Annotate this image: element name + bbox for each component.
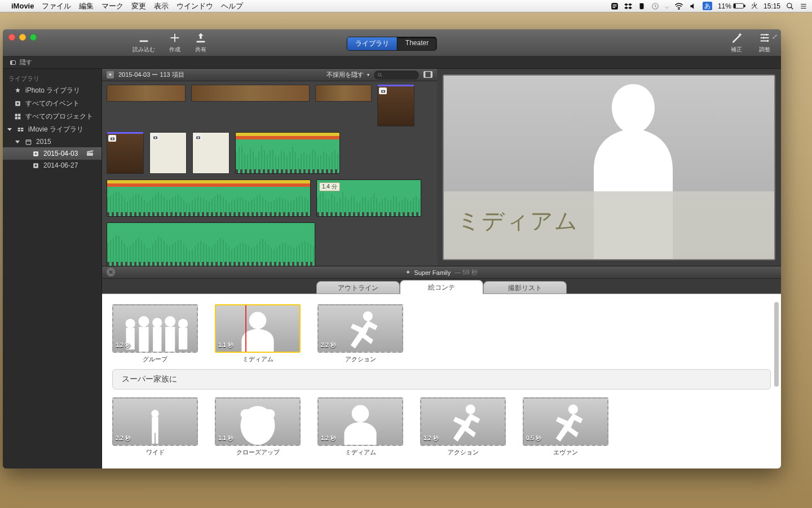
storyboard-title-card[interactable]: スーパー家族に [112,369,771,389]
shot-label: グループ [143,355,167,364]
storyboard-shot[interactable]: 1.2 秒ミディアム [317,397,403,457]
volume-icon[interactable] [689,2,697,10]
tab-shotlist[interactable]: 撮影リスト [483,281,567,294]
browser-search[interactable] [374,71,419,80]
battery-status[interactable]: 11% [718,2,745,10]
menu-help[interactable]: ヘルプ [221,1,243,11]
shot-placeholder[interactable]: 1.2 秒 [420,397,506,446]
create-button[interactable]: 作成 [169,32,181,54]
adjust-button[interactable]: 調整 [758,32,771,54]
shot-placeholder[interactable]: 2.2 秒 [317,304,403,353]
tab-storyboard[interactable]: 絵コンテ [400,280,483,294]
storyboard-shot[interactable]: 1.1 秒クローズアップ [215,397,301,457]
shot-label: ミディアム [345,448,376,457]
evernote-icon[interactable] [638,2,646,10]
share-button[interactable]: 共有 [195,32,207,54]
minimize-window-button[interactable] [19,34,26,41]
clock-time[interactable]: 15:15 [764,2,780,10]
clock-day[interactable]: 火 [751,1,758,11]
svg-point-9 [767,40,769,42]
menu-view[interactable]: 表示 [154,1,169,11]
hide-rejected-dropdown[interactable]: 不採用を隠す▾ [326,71,369,79]
hide-sidebar-bar[interactable]: 隠す [3,56,781,69]
trailer-tabs: アウトライン 絵コンテ 撮影リスト [102,280,781,294]
shot-label: アクション [345,355,376,364]
enhance-button[interactable]: 補正 [730,32,743,54]
svg-rect-43 [165,327,175,352]
preview-canvas[interactable]: ミディアム [443,75,775,260]
wifi-icon[interactable] [674,3,683,10]
storyboard-scrollbar[interactable] [773,300,780,463]
close-window-button[interactable] [8,34,15,41]
menu-modify[interactable]: 変更 [131,1,146,11]
svg-point-48 [151,410,158,417]
line-icon[interactable] [611,2,619,10]
audio-clip[interactable] [107,222,315,266]
sidebar-item-event-2015-04-03[interactable]: 2015-04-03 [3,147,102,160]
sidebar-item-all-events[interactable]: すべてのイベント [3,97,102,110]
library-sidebar: ライブラリ iPhoto ライブラリ すべてのイベント すべてのプロジェクト i… [3,69,102,468]
bluetooth-icon[interactable]: ⌵ [665,2,669,10]
theater-tab[interactable]: Theater [398,37,436,50]
photo-thumbnail[interactable] [192,132,230,174]
tab-outline[interactable]: アウトライン [316,281,400,294]
shot-placeholder[interactable]: 1.1 秒 [215,304,301,353]
disclosure-triangle-icon[interactable] [7,128,12,131]
clip-thumbnail[interactable] [107,85,186,102]
clip-duration-badge: 1.4 分 [319,182,340,191]
zoom-window-button[interactable] [30,34,37,41]
dropbox-icon[interactable] [624,2,632,10]
storyboard-shot[interactable]: 0.5 秒エヴァン [523,397,608,457]
shot-placeholder[interactable]: 1.2 秒 [112,304,198,353]
browser-title: 2015-04-03 ー 113 項目 [118,71,184,79]
svg-rect-50 [152,433,155,444]
svg-point-24 [378,73,381,76]
clip-appearance-icon[interactable] [423,71,433,79]
storyboard-shot[interactable]: 2.2 秒ワイド [112,397,198,457]
svg-rect-5 [734,4,736,8]
shot-placeholder[interactable]: 0.5 秒 [523,397,608,446]
storyboard-shot[interactable]: 1.2 秒アクション [420,397,506,457]
storyboard-shot[interactable]: 1.1 秒ミディアム [215,304,301,364]
playhead-marker[interactable] [245,305,246,352]
menu-window[interactable]: ウインドウ [176,1,213,11]
browser-body[interactable]: 1.4 分 [102,81,437,266]
spotlight-icon[interactable] [786,2,794,10]
menu-mark[interactable]: マーク [102,1,123,11]
storyboard-shot[interactable]: 1.2 秒グループ [112,304,198,364]
clip-thumbnail[interactable] [315,85,372,102]
app-name[interactable]: iMovie [11,2,34,10]
ime-indicator[interactable]: あ [703,2,712,10]
close-project-button[interactable]: ✕ [107,268,115,277]
shot-placeholder[interactable]: 2.2 秒 [112,397,198,446]
sidebar-item-iphoto[interactable]: iPhoto ライブラリ [3,84,102,97]
svg-point-56 [568,404,578,414]
disclosure-triangle-icon[interactable] [15,141,20,143]
photo-thumbnail[interactable] [107,132,144,174]
sidebar-item-event-2014-06-27[interactable]: 2014-06-27 [3,160,102,171]
photo-thumbnail[interactable] [377,85,414,126]
svg-rect-21 [26,139,31,144]
notification-center-icon[interactable] [800,2,807,10]
import-button[interactable]: 読み込む [133,32,155,54]
storyboard-panel[interactable]: 1.2 秒グループ1.1 秒ミディアム2.2 秒アクション スーパー家族に 2.… [102,294,781,468]
fullscreen-icon[interactable]: ⤢ [772,33,778,41]
storyboard-shot[interactable]: 2.2 秒アクション [317,304,403,364]
photo-thumbnail[interactable] [149,132,187,174]
library-tab[interactable]: ライブラリ [347,37,398,50]
audio-clip[interactable] [107,179,311,217]
sidebar-item-imovie-library[interactable]: iMovie ライブラリ [3,123,102,136]
camera-icon [194,134,202,141]
sidebar-item-all-projects[interactable]: すべてのプロジェクト [3,110,102,123]
audio-clip[interactable] [235,132,340,174]
shot-placeholder[interactable]: 1.2 秒 [317,397,403,446]
clip-thumbnail[interactable] [191,85,310,102]
timemachine-icon[interactable] [651,2,659,10]
sidebar-item-year-2015[interactable]: 2015 [3,136,102,147]
menu-file[interactable]: ファイル [42,1,71,11]
audio-clip[interactable]: 1.4 分 [316,179,421,217]
window-traffic-lights [8,34,37,41]
favorite-filter-icon[interactable] [107,71,114,78]
shot-placeholder[interactable]: 1.1 秒 [215,397,301,446]
menu-edit[interactable]: 編集 [79,1,94,11]
